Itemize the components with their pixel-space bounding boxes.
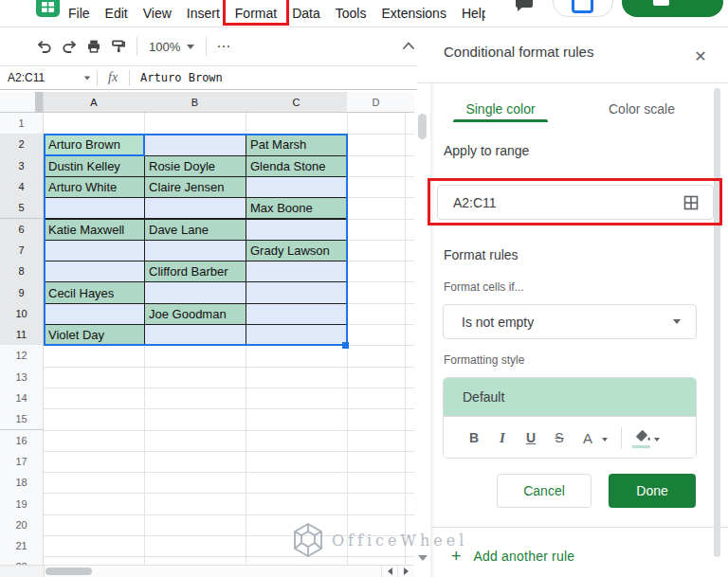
row-header-11[interactable]: 11 bbox=[0, 324, 44, 346]
select-all-corner[interactable] bbox=[0, 92, 44, 113]
add-another-rule-button[interactable]: + Add another rule bbox=[451, 544, 574, 568]
grid-cell-b11[interactable] bbox=[144, 324, 246, 346]
text-color-button[interactable]: A bbox=[575, 425, 600, 450]
spreadsheet-grid[interactable]: ABCD12345678910111213141516171819202122A… bbox=[0, 92, 414, 565]
row-header-12[interactable]: 12 bbox=[0, 345, 44, 367]
row-header-20[interactable]: 20 bbox=[0, 514, 44, 536]
done-button[interactable]: Done bbox=[609, 474, 696, 508]
grid-cell-b7[interactable] bbox=[144, 240, 246, 261]
select-range-icon[interactable] bbox=[682, 194, 700, 211]
row-header-21[interactable]: 21 bbox=[0, 535, 44, 557]
vertical-scrollbar-thumb[interactable] bbox=[418, 114, 427, 139]
grid-cell-c7[interactable]: Grady Lawson bbox=[246, 240, 348, 261]
menu-item-extensions[interactable]: Extensions bbox=[373, 0, 453, 27]
grid-cell-b3[interactable]: Rosie Doyle bbox=[144, 155, 246, 177]
undo-icon[interactable] bbox=[32, 34, 57, 59]
row-header-14[interactable]: 14 bbox=[0, 388, 44, 409]
row-header-15[interactable]: 15 bbox=[0, 408, 44, 430]
grid-cell-a6[interactable]: Katie Maxwell bbox=[44, 219, 145, 241]
grid-cell-b4[interactable]: Claire Jensen bbox=[144, 176, 246, 198]
menu-item-edit[interactable]: Edit bbox=[98, 0, 136, 27]
condition-dropdown[interactable]: Is not empty bbox=[443, 304, 697, 339]
tab-single-color[interactable]: Single color bbox=[453, 98, 548, 119]
share-button[interactable] bbox=[622, 0, 723, 17]
row-header-8[interactable]: 8 bbox=[0, 261, 44, 282]
name-box[interactable]: A2:C11 bbox=[0, 71, 83, 84]
row-header-3[interactable]: 3 bbox=[0, 155, 44, 177]
grid-cell-a2[interactable]: Arturo Brown bbox=[44, 134, 145, 155]
row-header-10[interactable]: 10 bbox=[0, 303, 44, 325]
tab-color-scale[interactable]: Color scale bbox=[593, 98, 690, 119]
grid-cell-c8[interactable] bbox=[246, 261, 348, 282]
column-header-partial[interactable] bbox=[405, 92, 414, 113]
grid-cell-c3[interactable]: Glenda Stone bbox=[246, 155, 348, 177]
menu-item-view[interactable]: View bbox=[136, 0, 179, 27]
sheets-logo-icon[interactable] bbox=[36, 0, 60, 17]
grid-cell-b8[interactable]: Clifford Barber bbox=[144, 261, 246, 282]
formula-input[interactable]: Arturo Brown bbox=[130, 71, 223, 84]
redo-icon[interactable] bbox=[57, 34, 82, 59]
grid-cell-b9[interactable] bbox=[144, 281, 246, 303]
grid-cell-a10[interactable] bbox=[44, 303, 145, 325]
row-header-2[interactable]: 2 bbox=[0, 134, 44, 155]
grid-cell-c9[interactable] bbox=[246, 281, 348, 303]
menu-item-file[interactable]: File bbox=[61, 0, 98, 27]
grid-cell-b6[interactable]: Dave Lane bbox=[144, 219, 246, 241]
row-header-6[interactable]: 6 bbox=[0, 219, 44, 241]
paint-format-icon[interactable] bbox=[106, 34, 131, 59]
grid-cell-a11[interactable]: Violet Day bbox=[44, 324, 145, 346]
menu-item-help[interactable]: Help bbox=[454, 0, 485, 27]
close-icon[interactable]: ✕ bbox=[690, 45, 711, 66]
menu-item-format[interactable]: Format bbox=[228, 0, 284, 27]
zoom-control[interactable]: 100% bbox=[143, 40, 200, 54]
grid-cell-b2[interactable] bbox=[144, 134, 246, 155]
comment-history-icon[interactable] bbox=[516, 0, 533, 8]
grid-cell-a3[interactable]: Dustin Kelley bbox=[44, 155, 145, 177]
row-header-1[interactable]: 1 bbox=[0, 113, 44, 135]
menu-item-data[interactable]: Data bbox=[284, 0, 328, 27]
range-input[interactable]: A2:C11 bbox=[437, 185, 714, 220]
row-header-18[interactable]: 18 bbox=[0, 472, 44, 494]
column-header-d[interactable]: D bbox=[347, 92, 406, 113]
row-header-19[interactable]: 19 bbox=[0, 493, 44, 514]
grid-cell-c4[interactable] bbox=[246, 176, 348, 198]
grid-cell-b10[interactable]: Joe Goodman bbox=[144, 303, 246, 325]
row-header-7[interactable]: 7 bbox=[0, 240, 44, 261]
scroll-left-icon[interactable] bbox=[381, 566, 398, 577]
row-header-16[interactable]: 16 bbox=[0, 430, 44, 452]
name-box-chevron-icon[interactable] bbox=[84, 76, 90, 80]
scroll-down-icon[interactable] bbox=[418, 555, 428, 561]
row-header-9[interactable]: 9 bbox=[0, 281, 44, 303]
grid-cell-c6[interactable] bbox=[246, 219, 348, 241]
horizontal-scrollbar[interactable] bbox=[0, 565, 414, 577]
grid-cell-a5[interactable] bbox=[44, 197, 145, 219]
row-header-4[interactable]: 4 bbox=[0, 176, 44, 198]
grid-cell-a9[interactable]: Cecil Hayes bbox=[44, 281, 145, 303]
fill-color-button[interactable] bbox=[631, 425, 652, 450]
strikethrough-button[interactable]: S bbox=[547, 425, 572, 450]
grid-cell-c5[interactable]: Max Boone bbox=[246, 197, 348, 219]
row-header-5[interactable]: 5 bbox=[0, 197, 44, 219]
grid-cell-c2[interactable]: Pat Marsh bbox=[246, 134, 348, 155]
menu-item-tools[interactable]: Tools bbox=[328, 0, 374, 27]
row-header-22[interactable]: 22 bbox=[0, 556, 44, 565]
row-header-17[interactable]: 17 bbox=[0, 451, 44, 473]
grid-cell-c11[interactable] bbox=[246, 324, 348, 346]
row-header-13[interactable]: 13 bbox=[0, 367, 44, 388]
bold-button[interactable]: B bbox=[462, 425, 486, 450]
vertical-scrollbar[interactable] bbox=[414, 92, 428, 565]
scroll-right-icon[interactable] bbox=[397, 566, 414, 577]
horizontal-scrollbar-thumb[interactable] bbox=[46, 568, 92, 575]
column-header-a[interactable]: A bbox=[44, 92, 145, 113]
menu-item-insert[interactable]: Insert bbox=[179, 0, 228, 27]
column-header-c[interactable]: C bbox=[246, 92, 348, 113]
meet-button[interactable] bbox=[553, 0, 613, 17]
grid-cell-c10[interactable] bbox=[246, 303, 348, 325]
more-options-icon[interactable]: ⋯ bbox=[212, 38, 236, 55]
print-icon[interactable] bbox=[82, 34, 106, 59]
italic-button[interactable]: I bbox=[490, 425, 515, 450]
range-value[interactable]: A2:C11 bbox=[438, 195, 682, 210]
fill-handle[interactable] bbox=[342, 342, 349, 349]
panel-scrollbar[interactable] bbox=[714, 88, 720, 557]
column-header-b[interactable]: B bbox=[144, 92, 246, 113]
